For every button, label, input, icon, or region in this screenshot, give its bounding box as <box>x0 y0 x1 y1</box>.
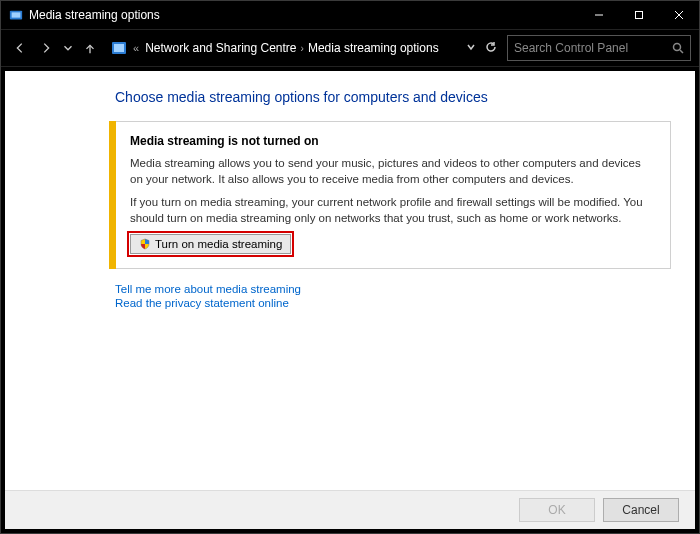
content-wrap: Choose media streaming options for compu… <box>1 67 699 533</box>
svg-rect-3 <box>636 12 643 19</box>
turn-on-media-streaming-button[interactable]: Turn on media streaming <box>130 234 291 254</box>
recent-locations-button[interactable] <box>61 37 75 59</box>
tell-me-more-link[interactable]: Tell me more about media streaming <box>115 283 671 295</box>
breadcrumb: Network and Sharing Centre › Media strea… <box>145 41 439 55</box>
privacy-statement-link[interactable]: Read the privacy statement online <box>115 297 671 309</box>
window-title: Media streaming options <box>29 8 160 22</box>
search-input[interactable]: Search Control Panel <box>507 35 691 61</box>
maximize-button[interactable] <box>619 1 659 29</box>
up-button[interactable] <box>79 37 101 59</box>
panel-paragraph-1: Media streaming allows you to send your … <box>130 156 656 187</box>
shield-icon <box>139 238 151 250</box>
address-bar-controls <box>465 41 503 56</box>
search-icon <box>672 42 684 54</box>
titlebar: Media streaming options <box>1 1 699 29</box>
window: Media streaming options <box>0 0 700 534</box>
page-title: Choose media streaming options for compu… <box>115 89 671 105</box>
refresh-button[interactable] <box>485 41 497 56</box>
window-controls <box>579 1 699 29</box>
forward-button[interactable] <box>35 37 57 59</box>
svg-rect-8 <box>114 44 124 52</box>
minimize-button[interactable] <box>579 1 619 29</box>
breadcrumb-separator-icon: › <box>301 43 304 54</box>
breadcrumb-prefix-icon: « <box>133 42 139 54</box>
info-panel: Media streaming is not turned on Media s… <box>115 121 671 269</box>
panel-title: Media streaming is not turned on <box>130 134 656 148</box>
content: Choose media streaming options for compu… <box>5 71 695 529</box>
links: Tell me more about media streaming Read … <box>115 283 671 309</box>
svg-rect-1 <box>12 12 21 17</box>
breadcrumb-part-1[interactable]: Network and Sharing Centre <box>145 41 296 55</box>
control-panel-icon <box>111 40 127 56</box>
app-icon <box>9 8 23 22</box>
turn-on-button-label: Turn on media streaming <box>155 238 282 250</box>
breadcrumb-part-2[interactable]: Media streaming options <box>308 41 439 55</box>
navbar: « Network and Sharing Centre › Media str… <box>1 29 699 67</box>
address-dropdown-button[interactable] <box>465 41 477 56</box>
content-inner: Choose media streaming options for compu… <box>5 71 695 309</box>
address-bar[interactable]: « Network and Sharing Centre › Media str… <box>105 40 461 56</box>
svg-point-9 <box>674 44 681 51</box>
panel-paragraph-2: If you turn on media streaming, your cur… <box>130 195 656 226</box>
titlebar-left: Media streaming options <box>9 8 160 22</box>
search-placeholder: Search Control Panel <box>514 41 628 55</box>
dialog-button-row: OK Cancel <box>5 490 695 529</box>
back-button[interactable] <box>9 37 31 59</box>
ok-button: OK <box>519 498 595 522</box>
close-button[interactable] <box>659 1 699 29</box>
svg-line-10 <box>680 50 683 53</box>
cancel-button[interactable]: Cancel <box>603 498 679 522</box>
